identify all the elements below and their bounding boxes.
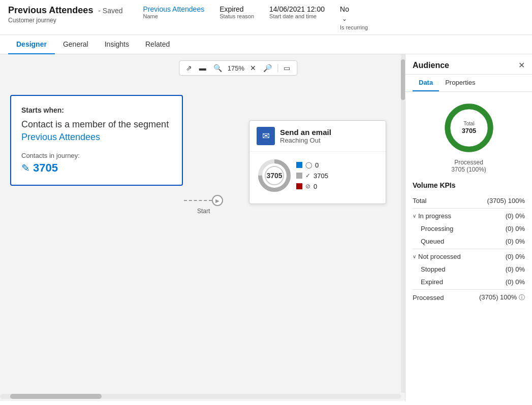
canvas-scrollbar-h[interactable] bbox=[0, 394, 401, 399]
main-tabs: Designer General Insights Related bbox=[0, 35, 532, 54]
toolbar-divider bbox=[277, 64, 278, 72]
contacts-count: ✎ 3705 bbox=[21, 161, 172, 175]
kpi-in-progress[interactable]: ∨ In progress (0) 0% bbox=[413, 210, 525, 222]
kpi-not-processed-label: ∨ Not processed bbox=[413, 253, 461, 260]
kpi-total-value: (3705) 100% bbox=[487, 197, 525, 205]
canvas-scrollbar-v[interactable] bbox=[401, 54, 405, 393]
zoom-reset-button[interactable]: ✕ bbox=[247, 63, 259, 73]
field-date-label: Start date and time bbox=[269, 13, 325, 19]
kpi-divider-2 bbox=[413, 249, 525, 249]
kpi-in-progress-text: In progress bbox=[418, 212, 451, 220]
field-status-label: Status reason bbox=[220, 13, 254, 19]
email-node[interactable]: ✉ Send an email Reaching Out 3705 bbox=[249, 120, 386, 204]
email-title: Send an email bbox=[280, 128, 331, 137]
header-title-section: Previous Attendees - Saved Customer jour… bbox=[8, 5, 123, 24]
tab-insights[interactable]: Insights bbox=[97, 35, 137, 54]
kpi-queued: Queued (0) 0% bbox=[413, 235, 525, 248]
field-start-date: 14/06/2021 12:00 Start date and time bbox=[269, 5, 325, 30]
start-label: Start bbox=[197, 208, 210, 215]
email-donut-chart: 3705 bbox=[257, 158, 292, 193]
fit-view-button[interactable]: ▬ bbox=[197, 63, 209, 73]
panel-header: Audience ✕ bbox=[405, 54, 532, 75]
person-icon: ✎ bbox=[21, 162, 30, 174]
grey-dot bbox=[296, 173, 302, 179]
donut-section: Total 3705 Processed 3705 (100%) bbox=[405, 92, 532, 177]
field-recurring-label: Is recurring bbox=[340, 24, 368, 30]
kpi-in-progress-label: ∨ In progress bbox=[413, 212, 451, 220]
field-name-value: Previous Attendees bbox=[143, 5, 205, 13]
kpi-queued-value: (0) 0% bbox=[506, 238, 525, 245]
blue-dot bbox=[296, 162, 302, 168]
chevron-down-not-processed: ∨ bbox=[413, 254, 416, 259]
fit-canvas-button[interactable]: ▭ bbox=[281, 63, 293, 73]
kpi-processed-value-text: (3705) 100% bbox=[479, 293, 517, 301]
kpi-expired: Expired (0) 0% bbox=[413, 276, 525, 288]
envelope-icon: ✉ bbox=[262, 130, 270, 142]
canvas-toolbar: ⇗ ▬ 🔍 175% ✕ 🔎 ▭ bbox=[179, 60, 297, 76]
donut-total-value: 3705 bbox=[461, 127, 476, 134]
tab-general[interactable]: General bbox=[55, 35, 97, 54]
kpi-stopped-label: Stopped bbox=[421, 265, 445, 273]
arrow-line bbox=[184, 200, 212, 201]
kpi-divider-1 bbox=[413, 208, 525, 209]
kpi-processed-value: (3705) 100% ⓘ bbox=[479, 293, 525, 302]
scrollbar-thumb-v bbox=[401, 59, 405, 100]
saved-badge: - Saved bbox=[98, 7, 122, 15]
field-name-label: Name bbox=[143, 13, 205, 19]
field-status-value: Expired bbox=[220, 5, 254, 13]
zoom-out-button[interactable]: 🔍 bbox=[211, 63, 225, 73]
processed-label-text: Processed bbox=[451, 159, 486, 166]
donut-labels: Processed 3705 (100%) bbox=[451, 159, 486, 173]
kpi-in-progress-value: (0) 0% bbox=[506, 212, 525, 220]
donut-center-value: 3705 bbox=[266, 172, 282, 180]
kpi-section: Volume KPIs Total (3705) 100% ∨ In progr… bbox=[405, 177, 532, 309]
kpi-total-label: Total bbox=[413, 197, 426, 205]
stat-red-value: 0 bbox=[314, 183, 317, 190]
starts-when-label: Starts when: bbox=[21, 106, 172, 114]
field-recurring-value: No bbox=[340, 5, 349, 13]
field-date-value: 14/06/2021 12:00 bbox=[269, 5, 325, 13]
subtitle-text: Customer journey bbox=[8, 17, 123, 24]
chevron-down-icon: ⌄ bbox=[342, 15, 347, 22]
tab-designer[interactable]: Designer bbox=[8, 35, 55, 54]
email-icon: ✉ bbox=[257, 127, 275, 145]
contacts-number: 3705 bbox=[33, 161, 58, 175]
kpi-processing-label: Processing bbox=[421, 225, 453, 232]
panel-tab-data[interactable]: Data bbox=[413, 75, 439, 91]
kpi-section-title: Volume KPIs bbox=[413, 181, 525, 189]
panel-close-button[interactable]: ✕ bbox=[518, 60, 525, 70]
title-text: Previous Attendees bbox=[8, 5, 93, 15]
tab-related[interactable]: Related bbox=[137, 35, 178, 54]
info-icon[interactable]: ⓘ bbox=[519, 294, 525, 301]
start-node[interactable]: Starts when: Contact is a member of the … bbox=[10, 95, 183, 186]
kpi-expired-value: (0) 0% bbox=[506, 278, 525, 286]
email-node-header: ✉ Send an email Reaching Out bbox=[249, 121, 386, 152]
zoom-in-button[interactable]: 🔎 bbox=[261, 63, 274, 73]
field-recurring[interactable]: No ⌄ Is recurring bbox=[340, 5, 368, 30]
arrow-connector: ▶ bbox=[184, 195, 223, 206]
designer-canvas[interactable]: ⇗ ▬ 🔍 175% ✕ 🔎 ▭ Starts when: Contact is… bbox=[0, 54, 405, 401]
panel-tabs: Data Properties bbox=[405, 75, 532, 92]
red-dot bbox=[296, 183, 302, 189]
panel-tab-properties[interactable]: Properties bbox=[439, 75, 481, 91]
kpi-not-processed[interactable]: ∨ Not processed (0) 0% bbox=[413, 250, 525, 263]
scrollbar-thumb-h bbox=[10, 394, 102, 399]
panel-title: Audience bbox=[413, 61, 449, 70]
page-header: Previous Attendees - Saved Customer jour… bbox=[0, 0, 532, 35]
chevron-down-in-progress: ∨ bbox=[413, 213, 416, 219]
right-panel: Audience ✕ Data Properties Total 3705 Pr… bbox=[405, 54, 532, 401]
kpi-stopped: Stopped (0) 0% bbox=[413, 263, 525, 276]
kpi-expired-label: Expired bbox=[421, 278, 443, 286]
kpi-processing: Processing (0) 0% bbox=[413, 222, 525, 235]
page-title: Previous Attendees - Saved bbox=[8, 5, 123, 16]
stat-red: ⊘ 0 bbox=[296, 183, 328, 190]
stat-grey: ✓ 3705 bbox=[296, 172, 328, 180]
contacts-label: Contacts in journey: bbox=[21, 152, 172, 159]
zoom-level: 175% bbox=[227, 64, 245, 72]
segment-link[interactable]: Previous Attendees bbox=[21, 132, 100, 142]
kpi-processed-label: Processed bbox=[413, 294, 444, 301]
expand-icon-button[interactable]: ⇗ bbox=[183, 63, 195, 73]
stat-blue: ◯ 0 bbox=[296, 161, 328, 169]
stat-blue-value: 0 bbox=[315, 161, 319, 169]
segment-text: Contact is a member of the segment Previ… bbox=[21, 118, 172, 144]
